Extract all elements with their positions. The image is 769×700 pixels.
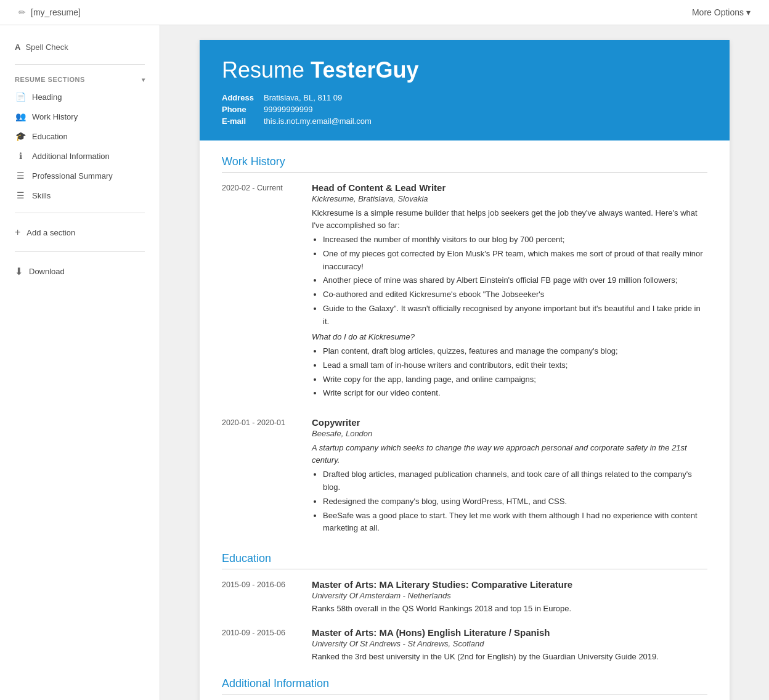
download-icon: ⬇ — [15, 266, 23, 277]
divider-3 — [15, 251, 145, 252]
work-entry-2-dates: 2020-01 - 2020-01 — [222, 417, 302, 537]
list-item: One of my pieces got corrected by Elon M… — [323, 248, 707, 274]
list-item: Redesigned the company's blog, using Wor… — [323, 495, 707, 508]
work-entry-1-body2: What do I do at Kickresume? — [312, 331, 707, 343]
add-section-button[interactable]: + Add a section — [0, 221, 160, 244]
more-options-chevron: ▾ — [746, 7, 751, 17]
education-title: Education — [222, 552, 707, 569]
list-item: Plan content, draft blog articles, quizz… — [323, 345, 707, 358]
professional-summary-icon: ☰ — [15, 171, 26, 181]
main-layout: A Spell Check RESUME SECTIONS ▾ 📄 Headin… — [0, 25, 769, 700]
sidebar-item-work-history-label: Work History — [32, 112, 78, 121]
content-area: Resume TesterGuy Address Bratislava, BL,… — [160, 25, 769, 700]
download-button[interactable]: ⬇ Download — [0, 259, 160, 283]
list-item: Lead a small tam of in-house writers and… — [323, 359, 707, 372]
edu-entry-1-subtitle: University Of Amsterdam - Netherlands — [312, 591, 707, 600]
work-history-section: Work History 2020-02 - Current Head of C… — [222, 155, 707, 537]
contact-address: Address Bratislava, BL, 811 09 — [222, 93, 707, 102]
address-value: Bratislava, BL, 811 09 — [264, 93, 342, 102]
address-label: Address — [222, 93, 259, 102]
divider-2 — [15, 213, 145, 213]
work-history-title: Work History — [222, 155, 707, 173]
sidebar-item-additional-info[interactable]: ℹ Additional Information — [0, 146, 160, 166]
skills-icon: ☰ — [15, 190, 26, 200]
edu-entry-2-dates: 2010-09 - 2015-06 — [222, 627, 302, 663]
divider-1 — [15, 64, 145, 65]
sections-label: RESUME SECTIONS — [15, 76, 85, 83]
work-entry-1-bullets2: Plan content, draft blog articles, quizz… — [323, 345, 707, 400]
email-label: E-mail — [222, 116, 259, 126]
work-entry-1-dates: 2020-02 - Current — [222, 182, 302, 402]
phone-value: 99999999999 — [264, 105, 313, 114]
email-value: this.is.not.my.email@mail.com — [264, 116, 372, 126]
resume-card: Resume TesterGuy Address Bratislava, BL,… — [200, 40, 730, 700]
resume-name-bold: TesterGuy — [311, 57, 418, 83]
resume-sections-header: RESUME SECTIONS ▾ — [0, 72, 160, 87]
resume-contact: Address Bratislava, BL, 811 09 Phone 999… — [222, 93, 707, 126]
additional-info-title: Additional Information — [222, 677, 707, 694]
edu-entry-1-text: Ranks 58th overall in the QS World Ranki… — [312, 603, 707, 615]
plus-icon: + — [15, 227, 20, 238]
edu-entry-1-content: Master of Arts: MA Literary Studies: Com… — [312, 579, 707, 615]
sidebar-item-heading-label: Heading — [32, 92, 62, 102]
list-item: BeeSafe was a good place to start. They … — [323, 510, 707, 535]
additional-info-icon: ℹ — [15, 151, 26, 161]
sidebar-item-heading[interactable]: 📄 Heading — [0, 87, 160, 107]
contact-phone: Phone 99999999999 — [222, 105, 707, 114]
resume-body: Work History 2020-02 - Current Head of C… — [200, 140, 730, 700]
contact-email: E-mail this.is.not.my.email@mail.com — [222, 116, 707, 126]
list-item: Increased the number of monthly visitors… — [323, 234, 707, 246]
resume-name: Resume TesterGuy — [222, 57, 707, 83]
spell-check-button[interactable]: A Spell Check — [0, 38, 160, 57]
more-options-label: More Options — [692, 7, 744, 17]
spell-check-icon: A — [15, 43, 20, 52]
work-entry-2: 2020-01 - 2020-01 Copywriter Beesafe, Lo… — [222, 417, 707, 537]
heading-icon: 📄 — [15, 92, 26, 102]
list-item: Drafted blog articles, managed publicati… — [323, 468, 707, 494]
edu-entry-2-content: Master of Arts: MA (Hons) English Litera… — [312, 627, 707, 663]
work-entry-2-bullets: Drafted blog articles, managed publicati… — [323, 468, 707, 535]
list-item: Another piece of mine was shared by Albe… — [323, 274, 707, 287]
work-entry-1-subtitle: Kickresume, Bratislava, Slovakia — [312, 194, 707, 203]
filename[interactable]: [my_resume] — [31, 7, 81, 17]
education-section: Education 2015-09 - 2016-06 Master of Ar… — [222, 552, 707, 662]
work-entry-2-content: Copywriter Beesafe, London A startup com… — [312, 417, 707, 537]
edu-entry-1-dates: 2015-09 - 2016-06 — [222, 579, 302, 615]
add-section-label: Add a section — [26, 228, 75, 237]
sidebar-item-skills[interactable]: ☰ Skills — [0, 185, 160, 205]
resume-title-prefix: Resume — [222, 57, 311, 83]
edu-entry-2-title: Master of Arts: MA (Hons) English Litera… — [312, 627, 707, 638]
download-label: Download — [29, 267, 65, 276]
sidebar-item-professional-summary[interactable]: ☰ Professional Summary — [0, 166, 160, 185]
work-entry-1-title: Head of Content & Lead Writer — [312, 182, 707, 193]
chevron-down-icon[interactable]: ▾ — [142, 76, 145, 83]
additional-info-section: Additional Information Songwriting: play… — [222, 677, 707, 700]
list-item: Write script for our video content. — [323, 387, 707, 400]
work-entry-1-bullets: Increased the number of monthly visitors… — [323, 234, 707, 328]
edu-entry-1: 2015-09 - 2016-06 Master of Arts: MA Lit… — [222, 579, 707, 615]
work-entry-2-subtitle: Beesafe, London — [312, 429, 707, 438]
sidebar-item-skills-label: Skills — [32, 191, 51, 200]
edu-entry-2: 2010-09 - 2015-06 Master of Arts: MA (Ho… — [222, 627, 707, 663]
edu-entry-1-title: Master of Arts: MA Literary Studies: Com… — [312, 579, 707, 590]
education-icon: 🎓 — [15, 131, 26, 141]
sidebar: A Spell Check RESUME SECTIONS ▾ 📄 Headin… — [0, 25, 160, 700]
pencil-icon: ✏ — [18, 7, 26, 17]
sidebar-item-work-history[interactable]: 👥 Work History — [0, 107, 160, 126]
resume-header: Resume TesterGuy Address Bratislava, BL,… — [200, 40, 730, 140]
sidebar-item-professional-summary-label: Professional Summary — [32, 171, 113, 181]
top-bar: ✏ [my_resume] More Options ▾ — [0, 0, 769, 25]
edu-entry-2-subtitle: University Of St Andrews - St Andrews, S… — [312, 639, 707, 648]
sidebar-item-education[interactable]: 🎓 Education — [0, 126, 160, 146]
more-options-button[interactable]: More Options ▾ — [692, 7, 751, 17]
work-entry-1: 2020-02 - Current Head of Content & Lead… — [222, 182, 707, 402]
work-entry-1-content: Head of Content & Lead Writer Kickresume… — [312, 182, 707, 402]
list-item: Guide to the Galaxy". It wasn't official… — [323, 303, 707, 328]
list-item: Co-authored and edited Kickresume's eboo… — [323, 288, 707, 301]
spell-check-label: Spell Check — [25, 43, 68, 52]
work-history-icon: 👥 — [15, 112, 26, 121]
filename-area[interactable]: ✏ [my_resume] — [18, 7, 81, 17]
sidebar-item-education-label: Education — [32, 132, 68, 141]
work-entry-1-body: Kickresume is a simple resume builder th… — [312, 207, 707, 231]
edu-entry-2-text: Ranked the 3rd best university in the UK… — [312, 651, 707, 663]
